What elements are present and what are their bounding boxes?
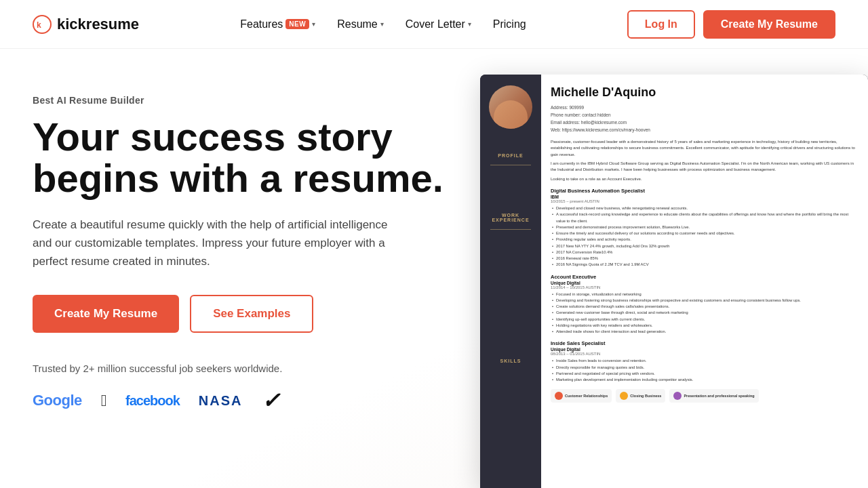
nav-features-label: Features [240, 18, 283, 30]
resume-avatar [489, 85, 532, 129]
logo-icon: k [33, 15, 52, 34]
resume-address: Address: 909999 [551, 104, 859, 111]
header: k kickresume Features NEW ▾ Resume ▾ Cov… [0, 0, 868, 49]
skill-2-label: Closing Business [630, 394, 661, 398]
main-nav: Features NEW ▾ Resume ▾ Cover Letter ▾ P… [231, 13, 536, 36]
nav-resume[interactable]: Resume ▾ [328, 13, 393, 36]
svg-text:k: k [37, 20, 41, 30]
sidebar-work-label: WORKEXPERIENCE [492, 213, 529, 222]
resume-job1-bullet1: Developed and closed new business, while… [551, 205, 859, 211]
nav-features-chevron: ▾ [312, 20, 315, 28]
resume-job1-bullet3: Presented and demonstrated process impro… [551, 224, 859, 230]
resume-web: Web: https://www.kickresume.com/cv/mary-… [551, 126, 859, 134]
skill-badges: Customer Relationships Closing Business … [551, 389, 859, 403]
resume-job1-bullet6: 2017 New NA YTY 24.4% growth, including … [551, 243, 859, 249]
nav-resume-label: Resume [337, 18, 378, 30]
resume-job-1: Digital Business Automation Specialist I… [551, 188, 859, 268]
hero-buttons: Create My Resume See Examples [33, 295, 453, 333]
resume-card: PROFILE WORKEXPERIENCE SKILLS Michelle D… [480, 75, 868, 488]
nav-cover-letter-label: Cover Letter [406, 18, 465, 30]
resume-job1-bullet8: 2016 Renewal rate 85% [551, 256, 859, 262]
nav-pricing[interactable]: Pricing [484, 13, 536, 36]
resume-job3-company: Unique Digital [551, 347, 859, 352]
resume-job2-bullet5: Identifying up-sell opportunities with c… [551, 317, 859, 323]
resume-phone: Phone number: contact hidden [551, 111, 859, 119]
resume-job-2: Account Executive Unique Digital 11/2014… [551, 274, 859, 336]
skill-3: Presentation and professional speaking [669, 389, 758, 403]
resume-skills-section: Customer Relationships Closing Business … [551, 389, 859, 403]
skill-1: Customer Relationships [551, 389, 612, 403]
skill-3-dot [673, 392, 682, 400]
resume-preview-area: PROFILE WORKEXPERIENCE SKILLS Michelle D… [480, 81, 835, 488]
login-button[interactable]: Log In [627, 10, 695, 39]
logo-text: kickresume [57, 16, 139, 33]
hero-description: Create a beautiful resume quickly with t… [33, 216, 399, 271]
see-examples-button[interactable]: See Examples [190, 295, 313, 333]
sidebar-profile-label: PROFILE [498, 153, 523, 158]
hero-label: Best AI Resume Builder [33, 95, 453, 106]
resume-contact: Address: 909999 Phone number: contact hi… [551, 104, 859, 134]
resume-job-3: Inside Sales Specialist Unique Digital 0… [551, 340, 859, 383]
skill-2-dot [620, 392, 628, 400]
resume-job1-bullet2: A successful track-record using knowledg… [551, 211, 859, 224]
sidebar-divider-1 [490, 165, 531, 165]
resume-job3-dates: 08/2013 – 01/2015 AUSTIN [551, 352, 859, 356]
skill-3-label: Presentation and professional speaking [684, 394, 754, 398]
resume-job2-bullet7: Attended trade shows for client interact… [551, 329, 859, 335]
resume-job2-bullet4: Generated new customer base through dire… [551, 310, 859, 316]
resume-job1-dates: 10/2015 – present AUSTIN [551, 199, 859, 203]
create-resume-button-hero[interactable]: Create My Resume [33, 295, 179, 333]
hero-title-line2: begins with a resume. [33, 156, 443, 200]
resume-job1-bullet4: Ensure the timely and successful deliver… [551, 230, 859, 237]
hero-title: Your success story begins with a resume. [33, 117, 453, 199]
skill-1-dot [555, 392, 563, 400]
hero-section: Best AI Resume Builder Your success stor… [0, 49, 868, 488]
resume-job1-title: Digital Business Automation Specialist [551, 188, 859, 194]
resume-profile-text1: Passionate, customer-focused leader with… [551, 139, 859, 158]
resume-job2-company: Unique Digital [551, 281, 859, 285]
resume-job2-bullet2: Developing and fostering strong business… [551, 298, 859, 304]
nav-cover-letter-chevron: ▾ [468, 20, 471, 28]
skill-2: Closing Business [616, 389, 665, 403]
resume-profile-section: Passionate, customer-focused leader with… [551, 139, 859, 182]
resume-profile-text3: Looking to take on a role as an Account … [551, 176, 859, 182]
resume-job1-company: IBM [551, 195, 859, 199]
hero-content: Best AI Resume Builder Your success stor… [33, 81, 453, 413]
resume-main-content: Michelle D'Aquino Address: 909999 Phone … [541, 75, 868, 488]
resume-job2-dates: 11/2014 – 10/2015 AUSTIN [551, 285, 859, 289]
resume-job1-bullet9: 2016 NA Signings Quota of 2.2M TCV and 1… [551, 262, 859, 268]
resume-job2-bullet6: Holding negotiations with key retailers … [551, 323, 859, 329]
resume-inner: PROFILE WORKEXPERIENCE SKILLS Michelle D… [480, 75, 868, 488]
resume-job3-bullet3: Partnered and negotiated of special pric… [551, 371, 859, 377]
resume-job1-bullet7: 2017 NA Conversion Rate10.4% [551, 249, 859, 256]
svg-point-0 [33, 16, 51, 33]
nasa-logo: NASA [199, 393, 243, 409]
hero-title-line1: Your success story [33, 115, 393, 159]
resume-job3-title: Inside Sales Specialist [551, 340, 859, 346]
resume-job3-bullet4: Marketing plan development and implement… [551, 377, 859, 383]
nav-features[interactable]: Features NEW ▾ [231, 13, 325, 36]
resume-job1-bullet5: Providing regular sales and activity rep… [551, 237, 859, 243]
resume-sidebar: PROFILE WORKEXPERIENCE SKILLS [480, 75, 541, 488]
sidebar-skills-label: SKILLS [500, 359, 521, 363]
resume-job2-title: Account Executive [551, 274, 859, 280]
nav-features-badge: NEW [285, 19, 309, 29]
create-resume-button-header[interactable]: Create My Resume [703, 10, 835, 39]
resume-name: Michelle D'Aquino [551, 85, 859, 100]
apple-logo:  [101, 391, 106, 410]
trust-text: Trusted by 2+ million successful job see… [33, 363, 453, 374]
avatar-silhouette [494, 100, 528, 129]
skill-1-label: Customer Relationships [565, 394, 608, 398]
resume-profile-text2: I am currently in the IBM Hybrid Cloud S… [551, 161, 859, 174]
google-logo: Google [33, 392, 82, 409]
header-actions: Log In Create My Resume [627, 10, 835, 39]
nike-logo: ✓ [262, 388, 280, 413]
sidebar-divider-2 [490, 229, 531, 230]
resume-job3-bullet2: Directly responsible for managing quotes… [551, 365, 859, 371]
logo[interactable]: k kickresume [33, 15, 139, 34]
nav-cover-letter[interactable]: Cover Letter ▾ [396, 13, 481, 36]
resume-job2-bullet1: Focused in storage, virtualization and n… [551, 291, 859, 298]
facebook-logo: facebook [125, 393, 180, 409]
resume-email: Email address: hello@kickresume.com [551, 119, 859, 126]
resume-job3-bullet1: Inside Sales from leads to conversion an… [551, 358, 859, 364]
